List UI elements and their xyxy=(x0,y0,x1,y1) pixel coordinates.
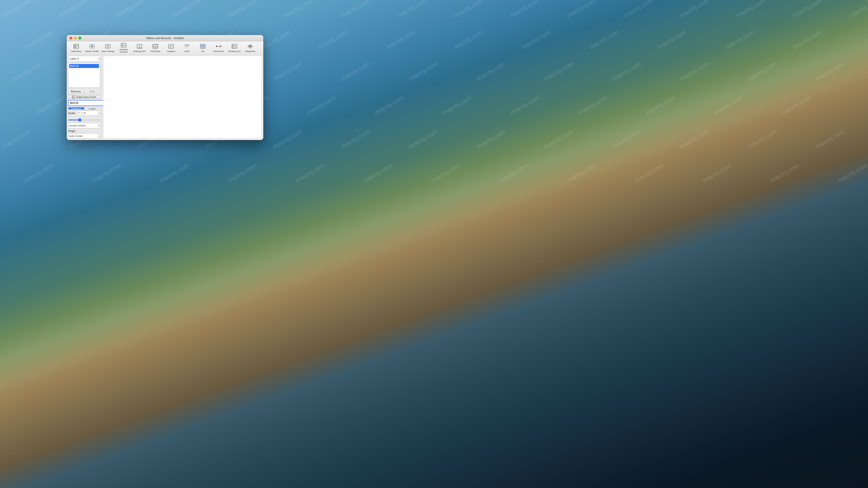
toolbar-end-points[interactable]: End Points xyxy=(211,42,226,54)
title-block-label: Title Block xyxy=(150,50,160,53)
main-content: Layer 0 Layer 1 Layer 2 ▾ MACW Remove Ed… xyxy=(67,55,264,140)
minimize-button[interactable] xyxy=(74,37,77,39)
scale-slider[interactable] xyxy=(68,120,100,121)
svg-point-41 xyxy=(251,46,252,47)
title-bar: Metes and Bounds - Untitled xyxy=(67,35,264,41)
svg-rect-3 xyxy=(74,46,76,46)
edit-button[interactable]: Edit xyxy=(85,89,100,94)
floating-lists-label: Floating Lists xyxy=(228,50,241,53)
tab-row: Drawing Layer xyxy=(68,107,100,109)
origin-select-wrapper: Auto Center Custom ▾ xyxy=(68,133,100,139)
traffic-lights xyxy=(69,37,81,39)
remove-edit-row: Remove Edit xyxy=(68,89,100,94)
data-entry-form-label: Data Entry Form xyxy=(76,96,96,99)
screen-centric-select[interactable]: Screen Centric Fixed xyxy=(68,123,100,128)
origin-label: Origin: xyxy=(68,129,100,133)
scale-label: Scale: xyxy=(68,111,75,115)
captions-label: Captions xyxy=(167,50,176,53)
svg-rect-21 xyxy=(153,45,157,46)
data-entry-label: Data Entry xyxy=(71,50,81,53)
maximize-button[interactable] xyxy=(79,37,81,39)
data-entry-form-button[interactable]: Data Entry Form xyxy=(68,95,100,99)
drawing-pictures-icon xyxy=(121,43,127,48)
toolbar: Data Entry Section Finder xyxy=(67,41,264,55)
fill-label: Fill xyxy=(202,50,204,53)
fill-icon: Fill xyxy=(199,43,206,50)
svg-point-42 xyxy=(250,47,251,48)
toolbar-drawing-text[interactable]: T Drawing Text xyxy=(132,42,147,54)
drawing-pictures-label: Drawing Pictures xyxy=(116,48,131,53)
scale-select[interactable]: 1" = 72' 1" = 100' 1" = 200' xyxy=(76,111,100,116)
window-title: Metes and Bounds - Untitled xyxy=(147,36,184,40)
svg-rect-22 xyxy=(168,44,174,48)
drawing-text-icon: T xyxy=(136,43,143,50)
layer-select-wrapper: Layer 0 Layer 1 Layer 2 ▾ xyxy=(68,56,100,62)
scale-slider-wrapper xyxy=(68,117,100,122)
svg-rect-4 xyxy=(74,47,77,47)
toolbar-view-settings[interactable]: View Settings xyxy=(100,42,116,54)
svg-rect-47 xyxy=(72,97,73,97)
toolbar-lines[interactable]: Lines xyxy=(179,42,195,54)
scale-select-wrapper: 1" = 72' 1" = 100' 1" = 200' ▾ xyxy=(76,111,100,116)
svg-point-34 xyxy=(220,46,221,47)
toolbar-drawing-pictures[interactable]: Drawing Pictures xyxy=(116,42,131,54)
section-finder-icon xyxy=(89,43,95,50)
svg-point-40 xyxy=(250,44,251,46)
toolbar-floating-lists[interactable]: Floating Lists xyxy=(227,42,242,54)
view-settings-label: View Settings xyxy=(101,50,114,53)
tab-layer[interactable]: Layer xyxy=(84,107,100,109)
app-window: Metes and Bounds - Untitled Data Entry xyxy=(67,35,264,140)
close-button[interactable] xyxy=(69,37,72,39)
svg-rect-5 xyxy=(77,46,78,46)
tab-drawing[interactable]: Drawing xyxy=(68,107,84,109)
svg-rect-45 xyxy=(72,96,75,98)
add-input[interactable] xyxy=(68,100,105,106)
scale-row: Scale: 1" = 72' 1" = 100' 1" = 200' ▾ xyxy=(68,111,100,116)
toolbar-data-entry[interactable]: Data Entry xyxy=(68,42,84,54)
drawing-text-label: Drawing Text xyxy=(133,50,146,53)
svg-text:Fill: Fill xyxy=(202,45,204,47)
svg-rect-13 xyxy=(121,43,126,47)
origin-select[interactable]: Auto Center Custom xyxy=(68,133,100,139)
waypoints-label: Waypoints xyxy=(245,50,255,53)
sidebar: Layer 0 Layer 1 Layer 2 ▾ MACW Remove Ed… xyxy=(67,55,102,140)
toolbar-waypoints[interactable]: Waypoints xyxy=(243,42,258,54)
add-row: Add xyxy=(68,100,100,106)
floating-lists-icon xyxy=(231,43,238,50)
list-item[interactable]: MACW xyxy=(69,64,99,68)
toolbar-fill[interactable]: Fill Fill xyxy=(195,42,211,54)
end-points-label: End Points xyxy=(213,50,224,53)
end-points-icon xyxy=(215,43,222,50)
screen-centric-wrapper: Screen Centric Fixed ▾ xyxy=(68,123,100,128)
data-entry-form-icon xyxy=(72,96,75,99)
svg-point-39 xyxy=(248,46,249,47)
lines-label: Lines xyxy=(184,50,190,53)
svg-point-12 xyxy=(107,46,108,47)
origin-row: Origin: Auto Center Custom ▾ xyxy=(68,129,100,139)
lines-icon xyxy=(184,43,190,50)
items-list[interactable]: MACW xyxy=(68,63,100,88)
toolbar-captions[interactable]: Captions xyxy=(163,42,179,54)
waypoints-icon xyxy=(247,43,253,50)
captions-icon xyxy=(168,43,174,50)
layer-select[interactable]: Layer 0 Layer 1 Layer 2 xyxy=(68,56,100,62)
view-settings-icon xyxy=(105,43,111,50)
canvas-area[interactable] xyxy=(103,56,262,139)
title-block-icon xyxy=(152,43,158,50)
svg-text:T: T xyxy=(138,45,141,48)
data-entry-icon xyxy=(73,43,79,50)
toolbar-title-block[interactable]: Title Block xyxy=(148,42,163,54)
remove-button[interactable]: Remove xyxy=(68,89,84,94)
svg-point-33 xyxy=(216,46,217,47)
section-finder-label: Section Finder xyxy=(85,50,99,53)
toolbar-section-finder[interactable]: Section Finder xyxy=(84,42,100,54)
